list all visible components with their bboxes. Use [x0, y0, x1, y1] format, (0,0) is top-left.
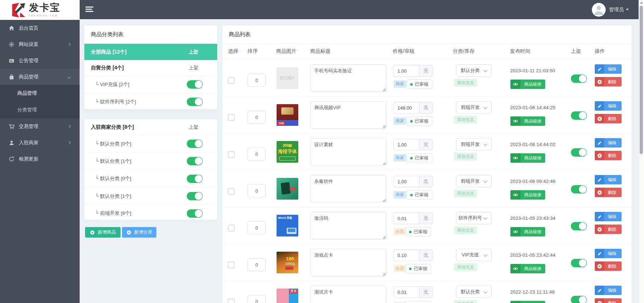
- row-checkbox[interactable]: [228, 188, 235, 195]
- onshelf-toggle[interactable]: [571, 74, 587, 83]
- menu-toggle-icon[interactable]: [85, 7, 93, 13]
- submenu-item-goods-management[interactable]: 商品管理: [0, 85, 80, 102]
- price-input[interactable]: [393, 286, 420, 298]
- circle-x-icon: [595, 151, 604, 160]
- delete-button[interactable]: 删除: [595, 188, 622, 197]
- product-link-button[interactable]: 商品链接: [510, 116, 545, 126]
- onshelf-toggle[interactable]: [571, 259, 587, 267]
- title-textarea[interactable]: 手机号码实名验证: [310, 64, 386, 92]
- category-row-merchant-group[interactable]: 入驻商家分类 [8个] 上架: [84, 119, 217, 135]
- submenu-item-category-management[interactable]: 分类管理: [0, 102, 80, 118]
- sort-input[interactable]: [248, 74, 266, 87]
- onshelf-toggle[interactable]: [571, 185, 587, 193]
- sidebar-item-check-update[interactable]: 检测更新: [0, 151, 80, 167]
- delete-button[interactable]: 删除: [595, 114, 622, 123]
- source-tag: 自营: [393, 265, 406, 272]
- edit-button[interactable]: 编辑: [595, 286, 622, 295]
- product-link-button[interactable]: 商品链接: [510, 301, 545, 303]
- category-row-vip[interactable]: └ VIP充值 [2个]: [84, 76, 217, 93]
- delete-button[interactable]: 删除: [595, 77, 622, 86]
- category-select[interactable]: 默认分类: [456, 286, 492, 298]
- sidebar-item-goods-management[interactable]: 商品管理: [0, 69, 80, 85]
- edit-button[interactable]: 编辑: [595, 212, 622, 221]
- brand-logo[interactable]: 发卡宝 fakabao.top: [0, 0, 80, 20]
- price-input[interactable]: [393, 102, 420, 114]
- edit-button[interactable]: 编辑: [595, 249, 622, 258]
- price-input[interactable]: [393, 213, 420, 224]
- row-checkbox[interactable]: [228, 151, 235, 158]
- onshelf-toggle[interactable]: [571, 111, 587, 120]
- product-link-button[interactable]: 商品链接: [510, 153, 545, 163]
- title-textarea[interactable]: 杀毒软件: [310, 175, 386, 202]
- title-textarea[interactable]: 测试月卡: [310, 286, 386, 303]
- sidebar-item-dashboard[interactable]: 后台首页: [0, 20, 80, 36]
- scrollbar-thumb[interactable]: [640, 6, 643, 154]
- admin-dropdown[interactable]: 管理员: [592, 0, 629, 19]
- price-input[interactable]: [393, 65, 420, 77]
- delete-button[interactable]: 删除: [595, 151, 622, 160]
- category-select[interactable]: 前端开发: [456, 175, 492, 187]
- toggle-switch[interactable]: [187, 98, 203, 106]
- window-scrollbar[interactable]: [639, 0, 644, 303]
- edit-button[interactable]: 编辑: [595, 138, 622, 148]
- sidebar-item-trade-management[interactable]: 交易管理: [0, 118, 80, 135]
- toggle-switch[interactable]: [187, 192, 203, 200]
- product-link-button[interactable]: 商品链接: [510, 227, 545, 236]
- sort-input[interactable]: [248, 221, 266, 234]
- category-select[interactable]: 前端开发: [456, 138, 492, 150]
- title-textarea[interactable]: 游戏点卡: [310, 249, 386, 276]
- product-link-button[interactable]: 商品链接: [510, 264, 545, 273]
- edit-button[interactable]: 编辑: [595, 175, 622, 184]
- toggle-switch[interactable]: [187, 140, 203, 148]
- add-category-button[interactable]: 新增分类: [122, 227, 156, 238]
- category-row-default-1[interactable]: └ 默认分类 [1个]: [84, 153, 217, 170]
- title-textarea[interactable]: 设计素材: [310, 138, 386, 166]
- category-row-default-0[interactable]: └ 默认分类 [0个]: [84, 135, 217, 153]
- title-textarea[interactable]: 腾讯视频VIP: [310, 101, 386, 129]
- edit-button[interactable]: 编辑: [595, 64, 622, 74]
- sort-input[interactable]: [248, 258, 266, 271]
- category-row-default-3[interactable]: └ 默认分类 [1个]: [84, 188, 217, 205]
- category-row-all[interactable]: 全部商品 [12个] 上架: [84, 44, 217, 60]
- sort-input[interactable]: [248, 295, 266, 303]
- row-checkbox[interactable]: [228, 262, 235, 268]
- delete-button[interactable]: 删除: [595, 261, 622, 271]
- title-textarea[interactable]: 激活码: [310, 212, 386, 239]
- category-select[interactable]: 默认分类: [456, 64, 492, 77]
- scroll-up-arrow-icon[interactable]: [640, 2, 643, 4]
- delete-button[interactable]: 删除: [595, 225, 622, 234]
- product-link-button[interactable]: 商品链接: [510, 190, 545, 200]
- row-checkbox[interactable]: [228, 114, 235, 121]
- price-input[interactable]: [393, 176, 420, 187]
- category-row-default-2[interactable]: └ 默认分类 [0个]: [84, 170, 217, 188]
- row-checkbox[interactable]: [228, 299, 235, 303]
- sidebar-item-merchants[interactable]: 入驻商家: [0, 135, 80, 151]
- category-row-self-group[interactable]: 自营分类 [4个] 上架: [84, 60, 217, 76]
- sort-input[interactable]: [248, 184, 266, 197]
- toggle-switch[interactable]: [187, 175, 203, 183]
- price-input[interactable]: [393, 249, 420, 261]
- toggle-switch[interactable]: [187, 157, 203, 165]
- toggle-switch[interactable]: [187, 80, 203, 89]
- row-checkbox[interactable]: [228, 77, 235, 84]
- product-link-button[interactable]: 商品链接: [510, 80, 545, 89]
- add-product-button[interactable]: 新增商品: [85, 227, 121, 238]
- sort-input[interactable]: [248, 111, 266, 124]
- toggle-switch[interactable]: [187, 209, 203, 218]
- price-input[interactable]: [393, 139, 420, 150]
- sort-input[interactable]: [248, 148, 266, 161]
- onshelf-toggle[interactable]: [571, 296, 587, 303]
- category-select[interactable]: 软件序列号: [456, 212, 492, 224]
- category-select[interactable]: 前端开发: [456, 101, 492, 114]
- delete-button[interactable]: 删除: [595, 298, 622, 303]
- sidebar-item-announcements[interactable]: 公告管理: [0, 52, 80, 69]
- audit-status: 已审核: [407, 153, 432, 163]
- sidebar-item-site-settings[interactable]: 网站设置: [0, 36, 80, 52]
- category-row-serial[interactable]: └ 软件序列号 [2个]: [84, 93, 217, 110]
- onshelf-toggle[interactable]: [571, 148, 587, 157]
- edit-button[interactable]: 编辑: [595, 101, 622, 111]
- category-select[interactable]: VIP充值: [456, 249, 492, 261]
- onshelf-toggle[interactable]: [571, 222, 587, 230]
- row-checkbox[interactable]: [228, 225, 235, 231]
- category-row-frontend[interactable]: └ 前端开发 [6个]: [84, 205, 217, 222]
